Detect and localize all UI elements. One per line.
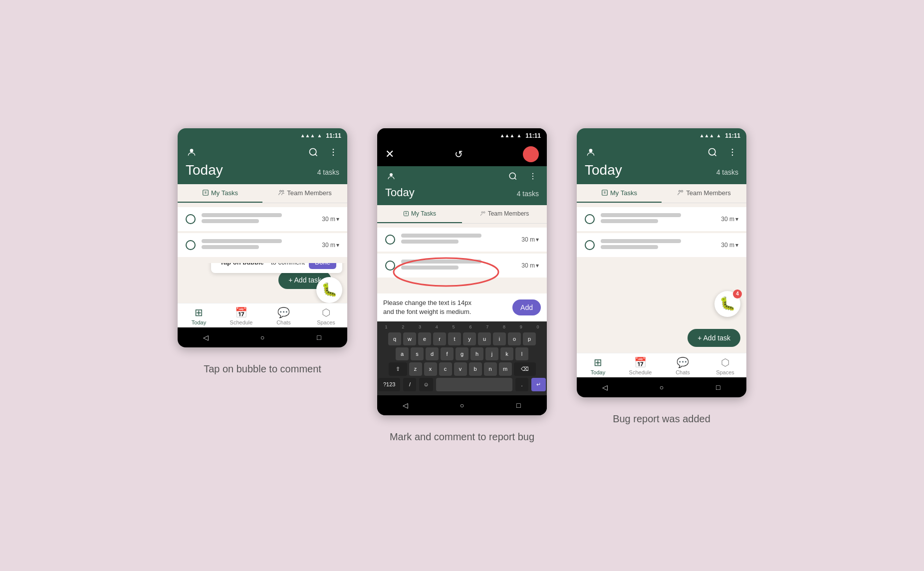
task-timer-2[interactable]: 30 m ▾: [322, 242, 339, 249]
search-icon-1[interactable]: [307, 146, 319, 158]
tab-my-tasks-1[interactable]: My Tasks: [178, 184, 262, 203]
more-icon-1[interactable]: [327, 146, 339, 158]
profile-icon-3[interactable]: [585, 146, 597, 158]
nav-today-1[interactable]: ⊞ Today: [178, 306, 220, 325]
key-123[interactable]: ?123: [378, 378, 400, 391]
tabs-3: My Tasks Team Members: [577, 184, 746, 203]
key-o[interactable]: o: [508, 332, 521, 345]
done-button[interactable]: Done: [309, 263, 336, 269]
tab-my-tasks-3[interactable]: My Tasks: [577, 184, 662, 203]
recents-btn-2[interactable]: □: [513, 400, 523, 410]
key-n[interactable]: n: [484, 362, 497, 376]
key-emoji[interactable]: ☺: [419, 378, 433, 391]
redo-button[interactable]: ↺: [455, 148, 463, 160]
key-j[interactable]: j: [485, 347, 498, 360]
key-k[interactable]: k: [500, 347, 513, 360]
key-r[interactable]: r: [433, 332, 446, 345]
keyboard-row-3: ⇧ z x c v b n m ⌫: [378, 362, 546, 376]
back-btn-3[interactable]: ◁: [600, 382, 610, 392]
svg-point-32: [679, 191, 681, 193]
recents-btn-3[interactable]: □: [713, 382, 723, 392]
key-slash[interactable]: /: [403, 378, 416, 391]
key-f[interactable]: f: [441, 347, 454, 360]
key-y[interactable]: y: [463, 332, 476, 345]
key-q[interactable]: q: [388, 332, 401, 345]
annotated-task: 30 m▾: [377, 254, 547, 278]
key-v[interactable]: v: [454, 362, 467, 376]
key-w[interactable]: w: [403, 332, 416, 345]
close-redo-bar: ✕ ↺: [377, 142, 547, 166]
key-d[interactable]: d: [426, 347, 439, 360]
status-time-3: 11:11: [725, 132, 740, 139]
nav-chats-3[interactable]: 💬 Chats: [662, 356, 704, 375]
key-a[interactable]: a: [396, 347, 409, 360]
key-x[interactable]: x: [424, 362, 437, 376]
bug-bubble-3[interactable]: 🐛 4: [714, 291, 740, 317]
key-z[interactable]: z: [409, 362, 422, 376]
key-backspace[interactable]: ⌫: [514, 362, 536, 376]
svg-line-13: [514, 178, 516, 179]
record-button[interactable]: [523, 146, 539, 162]
inner-profile-icon-2: [385, 170, 397, 182]
key-p[interactable]: p: [523, 332, 536, 345]
task-timer-1[interactable]: 30 m ▾: [322, 216, 339, 223]
nav-spaces-1[interactable]: ⬡ Spaces: [305, 306, 347, 325]
close-button[interactable]: ✕: [385, 148, 394, 161]
nav-schedule-1[interactable]: 📅 Schedule: [220, 306, 262, 325]
caption-3: Bug report was added: [613, 413, 710, 425]
keyboard-bottom-row: ?123 / ☺ . ↵: [378, 378, 546, 391]
svg-point-12: [509, 173, 515, 179]
key-h[interactable]: h: [470, 347, 483, 360]
key-num-5: 5: [446, 323, 462, 330]
key-c[interactable]: c: [439, 362, 452, 376]
nav-chats-label-1: Chats: [276, 319, 291, 325]
back-btn-2[interactable]: ◁: [401, 400, 411, 410]
key-period[interactable]: .: [515, 378, 528, 391]
status-bar-2: ▲▲▲ ▲ 11:11: [377, 128, 547, 142]
key-num-8: 8: [496, 323, 512, 330]
key-s[interactable]: s: [411, 347, 424, 360]
svg-point-3: [333, 149, 334, 150]
key-t[interactable]: t: [448, 332, 461, 345]
task-circle-2[interactable]: [186, 240, 196, 250]
home-btn-1[interactable]: ○: [257, 332, 267, 342]
key-shift[interactable]: ⇧: [389, 362, 407, 376]
key-g[interactable]: g: [456, 347, 468, 360]
key-b[interactable]: b: [469, 362, 482, 376]
status-time-2: 11:11: [525, 132, 541, 139]
nav-chats-1[interactable]: 💬 Chats: [262, 306, 305, 325]
key-u[interactable]: u: [478, 332, 491, 345]
nav-spaces-3[interactable]: ⬡ Spaces: [704, 356, 746, 375]
svg-point-27: [732, 152, 733, 153]
tab-team-members-1[interactable]: Team Members: [262, 184, 347, 203]
add-task-button-3[interactable]: + Add task: [688, 329, 740, 347]
more-icon-3[interactable]: [726, 146, 738, 158]
tab-team-members-3[interactable]: Team Members: [662, 184, 746, 203]
add-comment-button[interactable]: Add: [512, 299, 541, 315]
svg-point-26: [732, 149, 733, 150]
app-header-3: Today 4 tasks: [577, 142, 746, 184]
home-btn-2[interactable]: ○: [457, 400, 467, 410]
key-l[interactable]: l: [515, 347, 528, 360]
task-text-1: [202, 213, 316, 225]
task-circle-1[interactable]: [186, 214, 196, 224]
back-btn-1[interactable]: ◁: [201, 332, 211, 342]
key-e[interactable]: e: [418, 332, 431, 345]
search-icon-3[interactable]: [706, 146, 718, 158]
profile-icon-1[interactable]: [186, 146, 198, 158]
screenshot-preview: Today 4 tasks My Tasks Team Members: [377, 166, 547, 293]
recents-btn-1[interactable]: □: [314, 332, 324, 342]
key-i[interactable]: i: [493, 332, 506, 345]
nav-today-3[interactable]: ⊞ Today: [577, 356, 619, 375]
key-space[interactable]: [436, 378, 512, 391]
task-circle-2-3[interactable]: [585, 240, 595, 250]
task-circle-1-3[interactable]: [585, 214, 595, 224]
nav-schedule-3[interactable]: 📅 Schedule: [619, 356, 662, 375]
header-title-row-1: Today 4 tasks: [186, 162, 339, 178]
task-item-1-3: 30 m▾: [577, 207, 746, 231]
key-enter[interactable]: ↵: [531, 378, 546, 391]
key-m[interactable]: m: [499, 362, 512, 376]
bug-bubble-1[interactable]: 🐛: [316, 277, 342, 303]
svg-point-24: [709, 148, 715, 155]
home-btn-3[interactable]: ○: [657, 382, 667, 392]
